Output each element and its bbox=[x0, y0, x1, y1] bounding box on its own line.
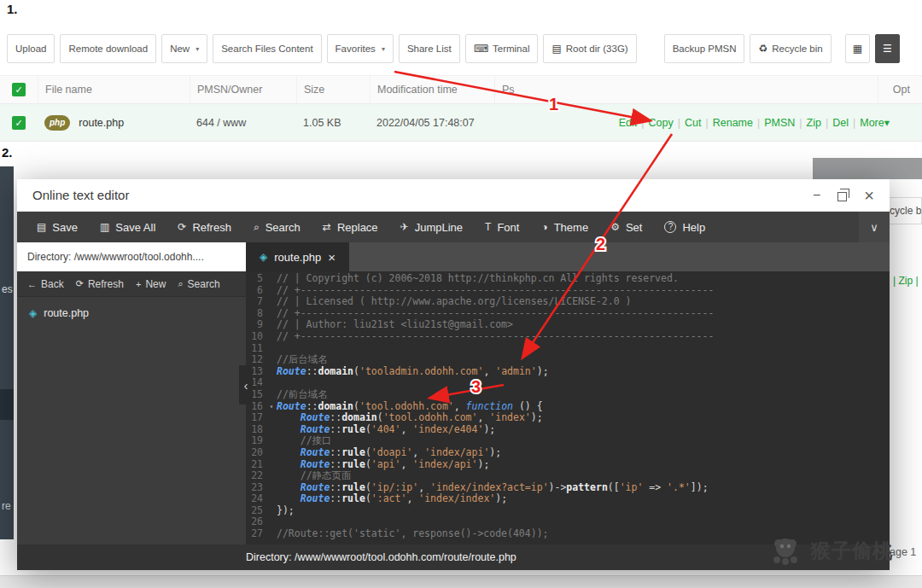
sidebar-refresh-button[interactable]: ⟳Refresh bbox=[76, 278, 124, 290]
terminal-button[interactable]: ⌨Terminal bbox=[465, 34, 539, 63]
action-del-link[interactable]: Del bbox=[832, 117, 849, 129]
search-button[interactable]: ⌕Search bbox=[242, 212, 312, 242]
grid-view-button[interactable]: ▦ bbox=[845, 34, 870, 63]
button-label: Root dir (33G) bbox=[566, 44, 628, 54]
file-row-route-php[interactable]: ✓ php route.php 644 / www 1.05 KB 2022/0… bbox=[0, 104, 922, 142]
column-header-modification-time[interactable]: Modification time bbox=[370, 76, 494, 103]
php-file-icon: php bbox=[44, 115, 70, 131]
font-button[interactable]: TFont bbox=[474, 212, 530, 242]
background-recycle-bin-text: cycle b bbox=[890, 205, 921, 217]
jumpline-button[interactable]: ✈JumpLine bbox=[389, 212, 474, 242]
save-button[interactable]: ▤Save bbox=[26, 212, 89, 242]
theme-button[interactable]: ◑Theme bbox=[530, 212, 599, 242]
code-token: ); bbox=[537, 366, 549, 378]
tab-route-php[interactable]: ◈ route.php × bbox=[246, 242, 349, 271]
recycle-bin-button[interactable]: ♻Recycle bin bbox=[750, 34, 831, 63]
root-dir-button[interactable]: ▤Root dir (33G) bbox=[543, 34, 636, 63]
button-label: New bbox=[170, 44, 190, 54]
code-line: 7// | Licensed ( http://www.apache.org/l… bbox=[246, 296, 890, 308]
sidebar-new-button[interactable]: +New bbox=[136, 278, 166, 290]
close-icon[interactable]: × bbox=[864, 187, 874, 204]
favorites-button[interactable]: Favorites▾ bbox=[327, 34, 394, 63]
column-header-ps[interactable]: Ps bbox=[494, 76, 878, 103]
new-button[interactable]: New▾ bbox=[161, 34, 207, 63]
fold-marker-icon[interactable]: ▾ bbox=[266, 401, 277, 413]
file-name[interactable]: route.php bbox=[79, 117, 124, 129]
share-list-button[interactable]: Share List bbox=[399, 34, 460, 63]
toolbar-item-label: Save All bbox=[115, 221, 155, 234]
code-token: :: bbox=[330, 493, 341, 505]
code-token: ( bbox=[353, 401, 359, 413]
sidebar-file-list: ◈route.php bbox=[17, 297, 246, 329]
action-cut-link[interactable]: Cut bbox=[685, 117, 701, 129]
watermark: 猴子偷桃 bbox=[768, 535, 893, 566]
toolbar-item-label: Refresh bbox=[192, 221, 231, 234]
sidebar-file-item[interactable]: ◈route.php bbox=[17, 297, 246, 329]
code-line: 5// | Copyright (c) 2006~2018 http://thi… bbox=[246, 273, 890, 285]
refresh-button[interactable]: ⟳Refresh bbox=[166, 212, 242, 242]
code-token bbox=[277, 482, 301, 494]
fold-gutter bbox=[266, 516, 277, 528]
button-label: Upload bbox=[15, 44, 46, 54]
editor-tab-bar: Directory: /www/wwwroot/tool.odohh.... ◈… bbox=[17, 242, 890, 271]
set-button[interactable]: ⚙Set bbox=[599, 212, 653, 242]
action-edit-link[interactable]: Edit bbox=[619, 117, 638, 129]
search-files-content-button[interactable]: Search Files Content bbox=[213, 34, 321, 63]
back-icon: ← bbox=[27, 279, 37, 289]
file-name: route.php bbox=[44, 307, 89, 319]
code-token: //静态页面 bbox=[301, 470, 352, 482]
action-separator: | bbox=[637, 117, 648, 129]
sidebar-back-button[interactable]: ←Back bbox=[27, 278, 64, 290]
action-copy-link[interactable]: Copy bbox=[649, 117, 674, 129]
sidebar-search-button[interactable]: ⌕Search bbox=[178, 278, 219, 290]
upload-button[interactable]: Upload bbox=[7, 34, 55, 63]
code-token: }); bbox=[277, 505, 295, 517]
window-controls: − × bbox=[813, 187, 874, 204]
code-editor[interactable]: 5// | Copyright (c) 2006~2018 http://thi… bbox=[246, 271, 890, 544]
code-token: //Route::get('static', response()->code(… bbox=[277, 528, 549, 540]
tab-label: route.php bbox=[274, 251, 321, 264]
code-line: 23 Route::rule('ip/:ip', 'index/index?ac… bbox=[246, 482, 890, 494]
save-all-button[interactable]: ▥Save All bbox=[89, 212, 166, 242]
column-header-size[interactable]: Size bbox=[296, 76, 370, 103]
replace-button[interactable]: ⇄Replace bbox=[312, 212, 389, 242]
action-zip-link[interactable]: Zip bbox=[807, 117, 821, 129]
toolbar-item-label: Save bbox=[52, 221, 78, 234]
action-more-link[interactable]: More▾ bbox=[860, 116, 890, 129]
help-button[interactable]: ?Help bbox=[653, 212, 716, 242]
code-token: => bbox=[643, 482, 667, 494]
button-label: Remote download bbox=[68, 44, 148, 54]
tab-close-icon[interactable]: × bbox=[328, 251, 336, 264]
sidebar-collapse-handle[interactable]: ‹ bbox=[239, 365, 253, 405]
code-token: function bbox=[466, 401, 513, 413]
minimize-icon[interactable]: − bbox=[813, 189, 820, 202]
bottom-scrollbar-strip[interactable] bbox=[0, 575, 922, 588]
recycle-bin-icon: ♻ bbox=[758, 43, 767, 55]
button-label: Backup PMSN bbox=[673, 44, 737, 54]
line-number: 7 bbox=[246, 296, 266, 308]
code-line: 8// +-----------------------------------… bbox=[246, 308, 890, 320]
code-token: 'index' bbox=[489, 412, 530, 424]
remote-download-button[interactable]: Remote download bbox=[60, 34, 156, 63]
code-token: 'index/e404' bbox=[412, 424, 483, 436]
fold-gutter bbox=[266, 389, 277, 401]
column-header-file-name[interactable]: File name bbox=[38, 76, 190, 103]
toolbar-collapse-button[interactable]: ∨ bbox=[859, 212, 890, 242]
action-rename-link[interactable]: Rename bbox=[713, 117, 753, 129]
maximize-restore-icon[interactable] bbox=[837, 192, 847, 201]
fold-gutter bbox=[266, 366, 277, 378]
code-token: Route bbox=[301, 459, 330, 471]
backup-pmsn-button[interactable]: Backup PMSN bbox=[664, 34, 745, 63]
toolbar-item-label: Font bbox=[497, 221, 519, 234]
column-header-pmsn-owner[interactable]: PMSN/Owner bbox=[190, 76, 296, 103]
list-view-button[interactable]: ☰ bbox=[875, 34, 900, 63]
line-number: 20 bbox=[246, 447, 266, 459]
code-line: 21 Route::rule('api', 'index/api'); bbox=[246, 459, 890, 471]
set-icon: ⚙ bbox=[610, 221, 620, 233]
select-all-checkbox[interactable]: ✓ bbox=[12, 83, 26, 96]
action-pmsn-link[interactable]: PMSN bbox=[764, 117, 795, 129]
row-checkbox[interactable]: ✓ bbox=[12, 116, 26, 130]
code-token: // | Licensed ( http://www.apache.org/li… bbox=[277, 296, 631, 308]
code-token: , bbox=[483, 366, 495, 378]
code-token: , bbox=[400, 459, 412, 471]
